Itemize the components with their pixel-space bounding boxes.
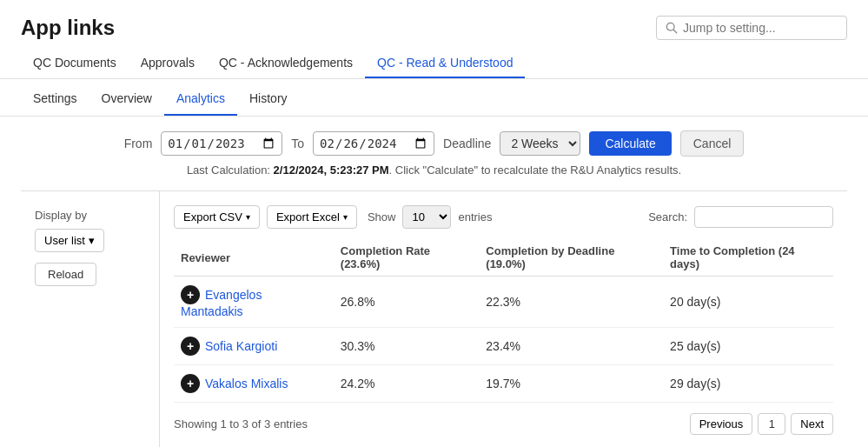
sub-tabs: Settings Overview Analytics History bbox=[0, 83, 868, 117]
time-completion-cell: 29 day(s) bbox=[663, 365, 833, 403]
tab-overview[interactable]: Overview bbox=[89, 83, 164, 116]
user-list-label: User list bbox=[44, 234, 85, 247]
page-number: 1 bbox=[758, 413, 785, 435]
search-label: Search: bbox=[648, 210, 687, 224]
nav-qc-documents[interactable]: QC Documents bbox=[21, 49, 129, 78]
completion-rate-cell: 24.2% bbox=[334, 365, 480, 403]
reviewer-cell: +Evangelos Mantadakis bbox=[174, 277, 334, 328]
search-input[interactable] bbox=[683, 21, 838, 35]
from-date-input[interactable] bbox=[161, 131, 282, 156]
last-calc-suffix: . Click "Calculate" to recalculate the R… bbox=[389, 163, 682, 177]
to-label: To bbox=[291, 137, 304, 150]
to-date-input[interactable] bbox=[313, 131, 434, 156]
next-page-button[interactable]: Next bbox=[791, 413, 833, 435]
svg-line-1 bbox=[673, 30, 677, 33]
reload-button[interactable]: Reload bbox=[35, 263, 96, 286]
user-list-button[interactable]: User list ▾ bbox=[35, 229, 104, 252]
last-calc-prefix: Last Calculation: bbox=[187, 163, 274, 177]
main-content: Display by User list ▾ Reload Export CSV… bbox=[21, 190, 847, 447]
table-row: +Sofia Kargioti30.3%23.4%25 day(s) bbox=[174, 328, 833, 365]
search-box[interactable] bbox=[656, 16, 847, 40]
last-calc-info: Last Calculation: 2/12/2024, 5:23:27 PM.… bbox=[21, 163, 847, 177]
col-time-completion: Time to Completion (24 days) bbox=[663, 239, 833, 277]
deadline-label: Deadline bbox=[443, 137, 491, 150]
page-controls: Previous 1 Next bbox=[690, 413, 833, 435]
prev-page-button[interactable]: Previous bbox=[690, 413, 753, 435]
completion-deadline-cell: 19.7% bbox=[479, 365, 663, 403]
expand-icon[interactable]: + bbox=[181, 374, 200, 393]
search-icon bbox=[666, 22, 678, 34]
entries-label: entries bbox=[458, 210, 492, 224]
display-by-label: Display by bbox=[35, 209, 145, 222]
export-csv-button[interactable]: Export CSV ▾ bbox=[174, 205, 260, 229]
time-completion-cell: 25 day(s) bbox=[663, 328, 833, 365]
nav-qc-read-understood[interactable]: QC - Read & Understood bbox=[365, 49, 525, 78]
top-nav: QC Documents Approvals QC - Acknowledgem… bbox=[0, 49, 868, 79]
tab-settings[interactable]: Settings bbox=[21, 83, 89, 116]
showing-text: Showing 1 to 3 of 3 entries bbox=[174, 417, 308, 430]
export-excel-button[interactable]: Export Excel ▾ bbox=[267, 205, 357, 229]
date-filter-row: From To Deadline 2 Weeks 1 Week 3 Weeks … bbox=[21, 130, 847, 157]
export-csv-chevron-icon: ▾ bbox=[246, 212, 250, 222]
expand-icon[interactable]: + bbox=[181, 285, 200, 304]
export-excel-chevron-icon: ▾ bbox=[343, 212, 348, 222]
show-entries-select[interactable]: 10 25 50 100 bbox=[402, 205, 451, 229]
col-completion-rate: Completion Rate (23.6%) bbox=[334, 239, 480, 277]
nav-approvals[interactable]: Approvals bbox=[129, 49, 207, 78]
export-excel-label: Export Excel bbox=[276, 210, 340, 224]
completion-deadline-cell: 23.4% bbox=[479, 328, 663, 365]
table-search-input[interactable] bbox=[694, 206, 833, 228]
completion-rate-cell: 30.3% bbox=[334, 328, 480, 365]
reviewer-link[interactable]: Sofia Kargioti bbox=[205, 339, 277, 353]
pagination: Showing 1 to 3 of 3 entries Previous 1 N… bbox=[174, 413, 833, 435]
reviewer-link[interactable]: Vakalos Mixalis bbox=[205, 377, 288, 390]
calculate-button[interactable]: Calculate bbox=[589, 131, 671, 156]
tab-analytics[interactable]: Analytics bbox=[164, 83, 237, 116]
nav-qc-acknowledgements[interactable]: QC - Acknowledgements bbox=[207, 49, 365, 78]
table-row: +Vakalos Mixalis24.2%19.7%29 day(s) bbox=[174, 365, 833, 403]
deadline-select[interactable]: 2 Weeks 1 Week 3 Weeks 1 Month bbox=[500, 131, 580, 156]
last-calc-datetime: 2/12/2024, 5:23:27 PM bbox=[274, 163, 389, 177]
table-row: +Evangelos Mantadakis26.8%22.3%20 day(s) bbox=[174, 277, 833, 328]
sidebar: Display by User list ▾ Reload bbox=[21, 191, 160, 447]
cancel-button[interactable]: Cancel bbox=[680, 130, 745, 157]
expand-icon[interactable]: + bbox=[181, 337, 200, 356]
data-table: Reviewer Completion Rate (23.6%) Complet… bbox=[174, 239, 833, 403]
page-title: App links bbox=[21, 16, 115, 40]
tab-history[interactable]: History bbox=[237, 83, 300, 116]
completion-deadline-cell: 22.3% bbox=[479, 277, 663, 328]
reviewer-cell: +Vakalos Mixalis bbox=[174, 365, 334, 403]
time-completion-cell: 20 day(s) bbox=[663, 277, 833, 328]
col-completion-deadline: Completion by Deadline (19.0%) bbox=[479, 239, 663, 277]
chevron-down-icon: ▾ bbox=[89, 234, 95, 247]
export-csv-label: Export CSV bbox=[183, 210, 242, 224]
table-toolbar: Export CSV ▾ Export Excel ▾ Show 10 25 5… bbox=[174, 205, 833, 229]
completion-rate-cell: 26.8% bbox=[334, 277, 480, 328]
from-label: From bbox=[124, 137, 153, 150]
analytics-section: From To Deadline 2 Weeks 1 Week 3 Weeks … bbox=[0, 117, 868, 447]
table-area: Export CSV ▾ Export Excel ▾ Show 10 25 5… bbox=[160, 191, 847, 447]
col-reviewer: Reviewer bbox=[174, 239, 334, 277]
reviewer-cell: +Sofia Kargioti bbox=[174, 328, 334, 365]
show-label: Show bbox=[368, 210, 396, 224]
